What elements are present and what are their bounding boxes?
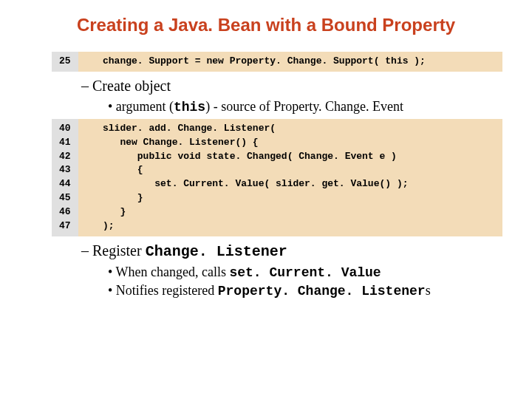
dash-text: Create object [92, 78, 171, 94]
dash-register-listener: Register Change. Listener [81, 242, 502, 260]
dot2-mono-text: Property. Change. Listener [218, 284, 426, 299]
dot2-pre-text: Notifies registered [116, 283, 218, 298]
dot-argument-this: argument (this) - source of Property. Ch… [108, 99, 502, 115]
code-content-2: slider. add. Change. Listener( new Chang… [78, 119, 502, 236]
dash-create-object: Create object [81, 78, 502, 95]
dot-mono-text: this [174, 100, 205, 115]
dash-pre-text: Register [92, 242, 146, 259]
dot1-pre-text: When changed, calls [115, 265, 229, 279]
line-numbers-1: 25 [52, 52, 78, 72]
dot-post-text: ) - source of Property. Change. Event [205, 99, 403, 114]
dash-mono-text: Change. Listener [146, 243, 287, 260]
dot1-mono-text: set. Current. Value [229, 265, 381, 280]
bullet-group-1: Create object argument (this) - source o… [81, 78, 502, 115]
dot2-post-text: s [426, 283, 431, 298]
code-block-2: 40 41 42 43 44 45 46 47 slider. add. Cha… [52, 119, 502, 236]
code-content-1: change. Support = new Property. Change. … [78, 52, 502, 72]
slide-title: Creating a Java. Bean with a Bound Prope… [30, 15, 502, 35]
dot-notifies: Notifies registered Property. Change. Li… [108, 283, 502, 299]
code-block-1: 25 change. Support = new Property. Chang… [52, 52, 502, 72]
dot-list-1: argument (this) - source of Property. Ch… [108, 99, 502, 115]
dot-list-2: When changed, calls set. Current. Value … [108, 265, 502, 299]
slide-body: Creating a Java. Bean with a Bound Prope… [0, 0, 532, 299]
dot-pre-text: argument ( [116, 99, 174, 114]
line-numbers-2: 40 41 42 43 44 45 46 47 [52, 119, 78, 236]
dot-when-changed: When changed, calls set. Current. Value [108, 265, 502, 280]
bullet-group-2: Register Change. Listener When changed, … [81, 242, 502, 299]
